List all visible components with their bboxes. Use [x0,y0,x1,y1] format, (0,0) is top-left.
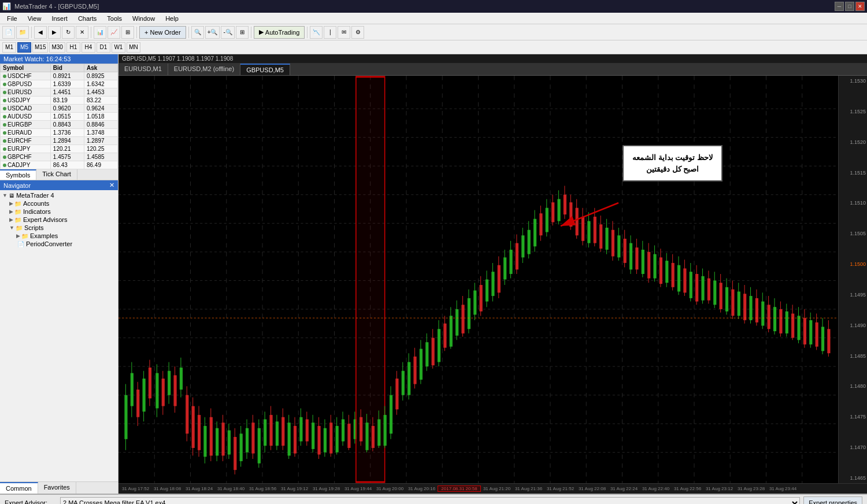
market-watch-row[interactable]: EURCHF 1.2894 1.2897 [1,137,118,145]
separator-5 [251,27,251,38]
chart-tab-eurusd-m2[interactable]: EURUSD,M2 (offline) [168,64,240,75]
svg-rect-68 [234,437,236,470]
bid-cell: 1.4575 [50,153,84,161]
market-watch-row[interactable]: EURJPY 120.21 120.25 [1,145,118,153]
market-watch-row[interactable]: GBPUSD 1.6339 1.6342 [1,80,118,88]
tab-common[interactable]: Common [0,482,38,494]
ask-cell: 86.49 [84,161,117,169]
annotation-arrow [555,197,624,233]
ask-cell: 1.4453 [84,88,117,97]
grid-button[interactable]: ⊞ [236,26,249,39]
col-ask: Ask [84,64,117,72]
symbol-dot [3,139,6,143]
computer-icon: 🖥 [9,192,14,199]
market-watch-row[interactable]: CADJPY 86.43 86.49 [1,161,118,169]
tf-m5[interactable]: M5 [17,42,31,53]
market-watch-row[interactable]: GBPCHF 1.4575 1.4585 [1,153,118,161]
tf-h4[interactable]: H4 [81,42,95,53]
navigator-close[interactable]: ✕ [109,181,114,189]
bid-cell: 0.8921 [50,72,84,80]
email-btn[interactable]: ✉ [338,26,350,39]
nav-label-ea: Expert Advisors [23,216,67,223]
market-watch-row[interactable]: USDJPY 83.19 83.22 [1,97,118,105]
market-watch-row[interactable]: AUDUSD 1.0515 1.0518 [1,113,118,121]
tf-h1[interactable]: H1 [66,42,80,53]
folder-icon-indicators: 📁 [14,209,21,215]
menu-window[interactable]: Window [128,14,160,23]
menu-view[interactable]: View [23,14,46,23]
chart-canvas[interactable]: لاحظ توقيت بداية الشمعه اصبح كل دقيقتين [118,76,838,483]
price-3: 1.1520 [840,139,866,145]
price-9: 1.1490 [840,323,866,328]
tab-tick-chart[interactable]: Tick Chart [36,169,77,180]
chart-zoom-btn[interactable]: 🔍 [191,26,204,39]
market-watch-row[interactable]: EURGBP 0.8843 0.8846 [1,121,118,129]
tf-m1[interactable]: M1 [2,42,16,53]
tab-symbols[interactable]: Symbols [0,169,36,180]
market-watch-row[interactable]: EURAUD 1.3736 1.3748 [1,129,118,137]
period-sep-btn[interactable]: | [324,26,336,39]
price-1: 1.1530 [840,78,866,84]
back-button[interactable]: ◀ [34,26,47,39]
settings-btn[interactable]: ⚙ [351,26,364,39]
nav-label-examples: Examples [30,232,58,239]
left-panel: Market Watch: 16:24:53 Symbol Bid Ask US… [0,54,118,494]
stop-button[interactable]: ✕ [76,26,88,39]
indicator-btn[interactable]: 📉 [310,26,323,39]
symbol-cell: EURJPY [1,145,51,153]
menu-insert[interactable]: Insert [47,14,72,23]
chart-tab-gbpusd-m5[interactable]: GBPUSD,M5 [240,64,290,75]
minimize-button[interactable]: ─ [835,2,844,11]
close-button[interactable]: ✕ [855,2,865,11]
market-watch-row[interactable]: EURUSD 1.4451 1.4453 [1,88,118,97]
forward-button[interactable]: ▶ [48,26,61,39]
new-button[interactable]: 📄 [2,26,15,39]
menu-charts[interactable]: Charts [73,14,101,23]
open-button[interactable]: 📁 [16,26,29,39]
autotrading-button[interactable]: ▶ AutoTrading [254,26,305,39]
nav-item-scripts[interactable]: ▼ 📁 Scripts [0,224,118,232]
restore-button[interactable]: □ [845,2,854,11]
ea-dropdown[interactable]: 2 MA Crosses Mega filter EA V1.ex4 [60,497,800,504]
nav-label-accounts: Accounts [23,200,49,207]
tf-w1[interactable]: W1 [112,42,125,53]
symbol-dot [3,123,6,127]
chart-candle-btn[interactable]: ⊞ [121,26,134,39]
tf-d1[interactable]: D1 [97,42,110,53]
new-order-button[interactable]: + New Order [139,26,186,39]
chart-bar-btn[interactable]: 📊 [94,26,106,39]
nav-item-period-converter[interactable]: 📄 PeriodConverter [0,240,118,248]
zoom-in-button[interactable]: +🔍 [205,26,220,39]
market-watch-row[interactable]: USDCHF 0.8921 0.8925 [1,72,118,80]
separator-1 [31,27,32,38]
chart-tab-eurusd-m1[interactable]: EURUSD,M1 [118,64,168,75]
nav-item-accounts[interactable]: ▶ 📁 Accounts [0,199,118,207]
ea-label: Expert Advisor: [5,499,57,504]
tf-m30[interactable]: M30 [49,42,65,53]
price-5: 1.1510 [840,200,866,206]
chart-area: GBPUSD,M5 1.1907 1.1908 1.1907 1.1908 EU… [118,54,867,494]
nav-item-expert-advisors[interactable]: ▶ 📁 Expert Advisors [0,216,118,224]
symbol-dot [3,147,6,151]
svg-line-272 [561,203,618,226]
market-watch-row[interactable]: USDCAD 0.9620 0.9624 [1,105,118,113]
zoom-out-button[interactable]: -🔍 [221,26,234,39]
tf-mn[interactable]: MN [127,42,140,53]
tf-m15[interactable]: M15 [32,42,48,53]
refresh-button[interactable]: ↻ [62,26,75,39]
tab-favorites[interactable]: Favorites [38,482,76,494]
symbol-dot [3,155,6,159]
title-bar: 📊 MetaTrader 4 - [GBPUSD,M5] ─ □ ✕ [0,0,867,13]
navigator-title: Navigator [3,182,31,189]
menu-file[interactable]: File [2,14,22,23]
chart-line-btn[interactable]: 📈 [108,26,120,39]
nav-item-root[interactable]: ▼ 🖥 MetaTrader 4 [0,191,118,199]
expand-icon-ea: ▶ [9,217,13,223]
expert-properties-button[interactable]: Expert properties [803,496,862,504]
title-bar-controls: ─ □ ✕ [835,2,865,11]
menu-help[interactable]: Help [161,14,183,23]
navigator-tree: ▼ 🖥 MetaTrader 4 ▶ 📁 Accounts ▶ 📁 Indica… [0,190,118,249]
nav-item-indicators[interactable]: ▶ 📁 Indicators [0,207,118,216]
nav-item-examples[interactable]: ▶ 📁 Examples [0,232,118,240]
menu-tools[interactable]: Tools [102,14,127,23]
